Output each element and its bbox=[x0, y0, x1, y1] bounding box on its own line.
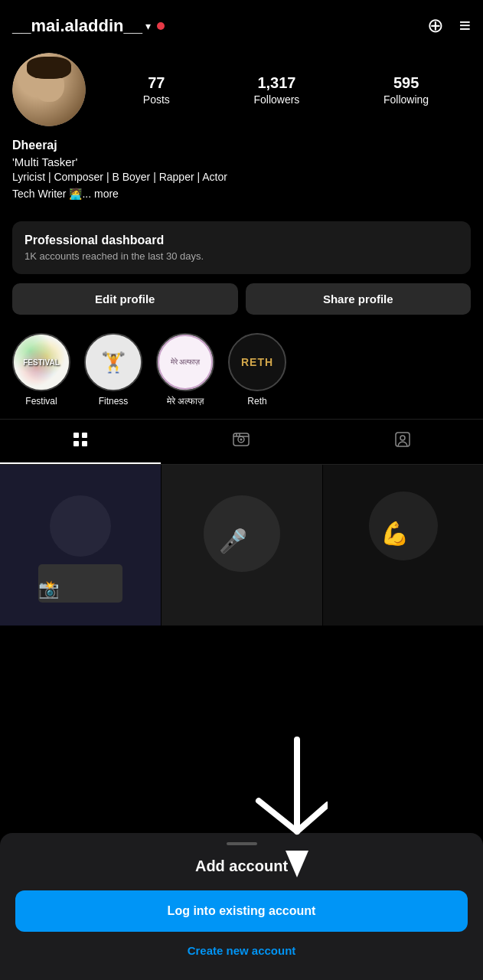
svg-rect-0 bbox=[73, 433, 79, 438]
svg-point-11 bbox=[400, 436, 405, 440]
following-count: 595 bbox=[393, 74, 419, 92]
svg-point-6 bbox=[240, 439, 243, 441]
highlight-alfaaz-label: मेरे अल्फाज़ bbox=[167, 396, 204, 407]
highlight-reth-label: Reth bbox=[247, 396, 266, 407]
highlight-alfaaz[interactable]: मेरे अल्फाज़ मेरे अल्फाज़ bbox=[156, 333, 214, 407]
bottom-sheet: Add account Log into existing account Cr… bbox=[0, 833, 483, 980]
svg-rect-1 bbox=[82, 433, 87, 438]
account-switcher[interactable]: __mai.aladdin__ ▾ bbox=[12, 16, 165, 36]
posts-grid: 📸 🎤 💪 bbox=[0, 465, 483, 626]
svg-rect-3 bbox=[82, 441, 87, 446]
highlight-fitness[interactable]: 🏋️ Fitness bbox=[84, 333, 142, 407]
svg-text:📸: 📸 bbox=[38, 579, 60, 599]
svg-text:💪: 💪 bbox=[380, 520, 410, 547]
tab-reels[interactable] bbox=[161, 420, 321, 464]
highlights-section: FESTIVAL Festival 🏋️ Fitness मेरे अल्फाज… bbox=[0, 327, 483, 419]
bio-desc2: Tech Writer 🧑‍💻... more bbox=[12, 187, 471, 202]
header-left: __mai.aladdin__ ▾ bbox=[12, 16, 165, 36]
post-thumbnail[interactable]: 🎤 bbox=[162, 465, 322, 626]
followers-stat[interactable]: 1,317 Followers bbox=[253, 74, 299, 106]
tab-grid[interactable] bbox=[0, 420, 161, 464]
followers-count: 1,317 bbox=[257, 74, 295, 92]
highlight-reth[interactable]: RETH Reth bbox=[228, 333, 286, 407]
posts-stat[interactable]: 77 Posts bbox=[143, 74, 170, 106]
edit-profile-button[interactable]: Edit profile bbox=[12, 283, 238, 315]
svg-point-13 bbox=[50, 495, 111, 557]
post-thumbnail[interactable]: 💪 bbox=[323, 465, 483, 626]
action-buttons: Edit profile Share profile bbox=[0, 283, 483, 327]
avatar[interactable] bbox=[12, 53, 86, 126]
bio-name: Dheeraj bbox=[12, 139, 471, 152]
bio-title: 'Multi Tasker' bbox=[12, 155, 471, 168]
highlight-festival-label: Festival bbox=[25, 396, 57, 407]
followers-label: Followers bbox=[253, 93, 299, 106]
post-thumbnail[interactable]: 📸 bbox=[0, 465, 161, 626]
create-new-account-link[interactable]: Create new account bbox=[15, 944, 468, 957]
share-profile-button[interactable]: Share profile bbox=[246, 283, 472, 315]
stats-row: 77 Posts 1,317 Followers 595 Following bbox=[101, 74, 471, 106]
live-dot bbox=[157, 22, 165, 30]
bio-desc: Lyricist | Composer | B Boyer | Rapper |… bbox=[12, 170, 471, 185]
following-label: Following bbox=[383, 93, 429, 106]
svg-rect-2 bbox=[73, 441, 79, 446]
add-post-icon[interactable]: ⊕ bbox=[427, 14, 444, 38]
professional-dashboard[interactable]: Professional dashboard 1K accounts reach… bbox=[12, 221, 471, 274]
log-into-existing-button[interactable]: Log into existing account bbox=[15, 890, 468, 932]
tabs-row bbox=[0, 419, 483, 465]
header-username: __mai.aladdin__ bbox=[12, 16, 142, 36]
svg-text:🎤: 🎤 bbox=[219, 528, 248, 555]
svg-rect-10 bbox=[396, 433, 410, 446]
menu-icon[interactable]: ≡ bbox=[459, 14, 471, 38]
header: __mai.aladdin__ ▾ ⊕ ≡ bbox=[0, 0, 483, 47]
highlight-festival[interactable]: FESTIVAL Festival bbox=[12, 333, 70, 407]
posts-label: Posts bbox=[143, 93, 170, 106]
tag-icon bbox=[393, 430, 412, 453]
chevron-down-icon: ▾ bbox=[145, 20, 151, 32]
following-stat[interactable]: 595 Following bbox=[383, 74, 429, 106]
sheet-handle bbox=[227, 842, 257, 845]
grid-icon bbox=[71, 430, 90, 453]
bio-tech-writer: Tech Writer 🧑‍💻... more bbox=[12, 188, 119, 200]
posts-count: 77 bbox=[148, 74, 165, 92]
header-right: ⊕ ≡ bbox=[427, 14, 471, 38]
profile-section: 77 Posts 1,317 Followers 595 Following D… bbox=[0, 47, 483, 212]
dashboard-title: Professional dashboard bbox=[24, 234, 459, 247]
profile-top: 77 Posts 1,317 Followers 595 Following bbox=[12, 53, 471, 126]
reels-icon bbox=[232, 430, 250, 453]
tab-tagged[interactable] bbox=[322, 420, 483, 464]
dashboard-subtitle: 1K accounts reached in the last 30 days. bbox=[24, 250, 459, 262]
highlight-fitness-label: Fitness bbox=[99, 396, 129, 407]
sheet-title: Add account bbox=[15, 858, 468, 875]
